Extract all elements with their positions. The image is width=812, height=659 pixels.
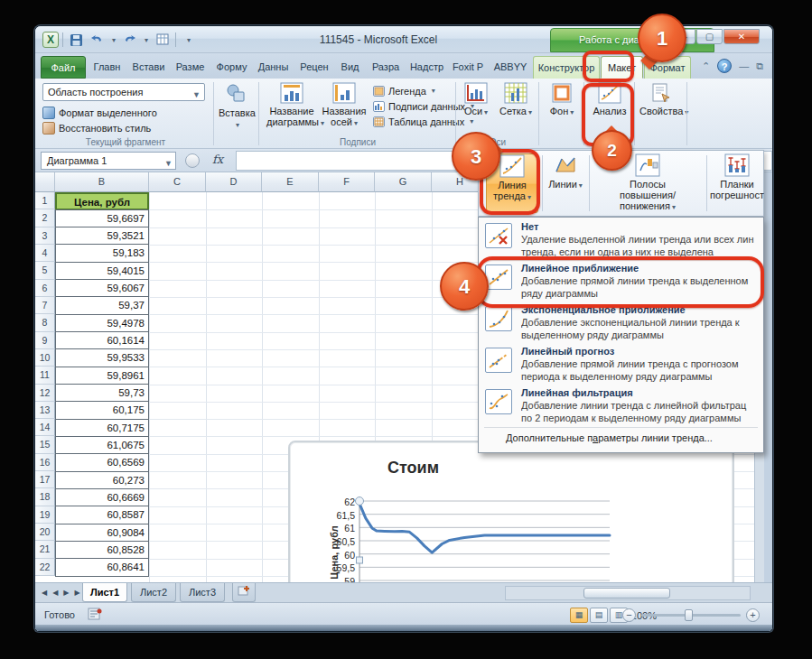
zoom-track[interactable] (641, 614, 741, 617)
cell-B12[interactable]: 59,73 (55, 384, 149, 402)
sheet-nav-next[interactable]: ▶ (61, 584, 71, 602)
axis-titles-button[interactable]: Названия осей (321, 82, 368, 129)
gridlines-button[interactable]: Сетка (498, 82, 534, 118)
row-header-10[interactable]: 10 (35, 349, 55, 367)
horizontal-scrollbar[interactable] (505, 586, 751, 600)
row-header-8[interactable]: 8 (35, 314, 55, 331)
price-line-series[interactable] (359, 504, 610, 552)
lines-button[interactable]: Линии (546, 153, 585, 213)
cell-B1[interactable]: Цена, рубл (55, 192, 149, 210)
cell-B4[interactable]: 59,183 (55, 244, 149, 262)
qat-customize-icon[interactable]: ▾ (180, 31, 198, 49)
ribbon-tab-Форму[interactable]: Форму (211, 56, 252, 79)
zoom-out-button[interactable]: − (622, 608, 636, 622)
error-bars-button[interactable]: Планки погрешност (710, 153, 764, 213)
cell-B16[interactable]: 60,6569 (55, 453, 149, 471)
cell-B7[interactable]: 59,37 (55, 296, 149, 314)
redo-icon[interactable] (121, 31, 139, 49)
trend-menu-item-1[interactable]: Нет (521, 221, 538, 232)
cell-B21[interactable]: 60,8528 (55, 541, 149, 559)
select-all-corner[interactable] (35, 172, 55, 192)
normal-view-button[interactable]: ▦ (570, 608, 588, 623)
insert-button[interactable]: Вставка (219, 82, 255, 129)
save-icon[interactable] (67, 31, 85, 49)
formula-options-button[interactable] (185, 153, 200, 168)
column-header-E[interactable]: E (262, 172, 319, 192)
insert-function-icon[interactable]: fx (212, 153, 223, 166)
cell-B5[interactable]: 59,4015 (55, 262, 149, 280)
zoom-thumb[interactable] (685, 609, 693, 621)
cell-B18[interactable]: 60,6669 (55, 488, 149, 506)
ribbon-tab-Встави[interactable]: Встави (128, 56, 169, 79)
column-header-D[interactable]: D (206, 172, 262, 192)
ribbon-tab-Главн[interactable]: Главн (87, 56, 127, 79)
cell-B6[interactable]: 59,6067 (55, 279, 149, 297)
cell-B11[interactable]: 59,8961 (55, 367, 149, 385)
row-header-13[interactable]: 13 (35, 402, 55, 419)
sheet-tab-Лист2[interactable]: Лист2 (131, 583, 176, 602)
page-layout-view-button[interactable]: ▤ (590, 608, 608, 623)
sheet-nav-prev[interactable]: ◀ (39, 584, 50, 602)
cell-B14[interactable]: 60,7175 (55, 419, 149, 437)
column-header-F[interactable]: F (319, 172, 375, 192)
cell-B13[interactable]: 60,175 (55, 401, 149, 419)
axes-button[interactable]: Оси (460, 82, 492, 118)
excel-logo-icon[interactable]: X (42, 32, 59, 48)
column-header-G[interactable]: G (375, 172, 432, 192)
row-header-22[interactable]: 22 (35, 559, 55, 576)
cell-B17[interactable]: 60,273 (55, 471, 149, 489)
cell-B19[interactable]: 60,8587 (55, 506, 149, 524)
cell-B8[interactable]: 59,4978 (55, 314, 149, 332)
chart-title[interactable]: Стоим (387, 459, 439, 478)
undo-icon[interactable] (89, 31, 107, 49)
help-icon[interactable]: ? (717, 59, 732, 73)
minimize-ribbon-icon[interactable]: ⌃ (702, 60, 710, 72)
cell-B9[interactable]: 60,1614 (55, 331, 149, 349)
column-header-B[interactable]: B (55, 172, 149, 192)
ribbon-tab-Разме[interactable]: Разме (170, 56, 210, 79)
row-header-14[interactable]: 14 (35, 419, 55, 436)
cell-B2[interactable]: 59,6697 (55, 209, 149, 227)
cell-B22[interactable]: 60,8641 (55, 558, 149, 576)
redo-dropdown-icon[interactable]: ▾ (143, 31, 150, 49)
legend-button[interactable]: Легенда (373, 84, 435, 97)
trend-menu-item-5[interactable]: Линейная фильтрация (521, 387, 633, 398)
ribbon-tab-Вид[interactable]: Вид (335, 56, 365, 79)
plot-area[interactable] (359, 501, 611, 582)
workbook-minimize-icon[interactable]: — (739, 60, 749, 71)
sheet-tab-Лист1[interactable]: Лист1 (82, 583, 127, 602)
selection-handle[interactable] (357, 557, 363, 563)
chart-title-button[interactable]: Название диаграммы (266, 82, 317, 129)
ribbon-tab-Надстр[interactable]: Надстр (406, 56, 447, 79)
row-header-21[interactable]: 21 (35, 541, 55, 558)
selection-handle[interactable] (356, 497, 364, 506)
ribbon-tab-ABBYY[interactable]: ABBYY (489, 56, 532, 79)
row-header-2[interactable]: 2 (35, 209, 55, 227)
workbook-restore-icon[interactable]: ⧉ (756, 60, 763, 72)
cell-B15[interactable]: 61,0675 (55, 436, 149, 454)
ribbon-tab-Разра[interactable]: Разра (366, 56, 406, 79)
chart-object[interactable]: Стоим Цена, рубл 6261,56160,56059,55958,… (288, 441, 734, 582)
row-header-16[interactable]: 16 (35, 454, 55, 471)
ribbon-tab-Данны[interactable]: Данны (253, 56, 294, 79)
chart-element-selector[interactable]: Область построения▼ (42, 83, 205, 101)
row-header-19[interactable]: 19 (35, 506, 55, 524)
row-header-17[interactable]: 17 (35, 471, 55, 488)
cell-B10[interactable]: 59,9533 (55, 348, 149, 367)
format-selection-button[interactable]: Формат выделенного (42, 106, 157, 120)
insert-sheet-tab[interactable] (232, 583, 256, 602)
row-header-3[interactable]: 3 (35, 227, 55, 245)
row-header-1[interactable]: 1 (35, 192, 55, 209)
row-header-5[interactable]: 5 (35, 262, 55, 279)
cell-B3[interactable]: 59,3521 (55, 227, 149, 245)
more-trendline-options-item[interactable]: Дополнительные параметры линии тренда... (506, 432, 713, 443)
zoom-in-button[interactable]: + (746, 608, 760, 622)
cell-B20[interactable]: 60,9084 (55, 524, 149, 542)
background-button[interactable]: Фон (544, 82, 580, 118)
row-header-18[interactable]: 18 (35, 488, 55, 506)
reset-style-button[interactable]: Восстановить стиль (42, 121, 151, 135)
ribbon-tab-Файл[interactable]: Файл (41, 56, 86, 79)
row-header-6[interactable]: 6 (35, 280, 55, 297)
qat-grid-icon[interactable] (154, 31, 172, 49)
row-header-20[interactable]: 20 (35, 524, 55, 541)
